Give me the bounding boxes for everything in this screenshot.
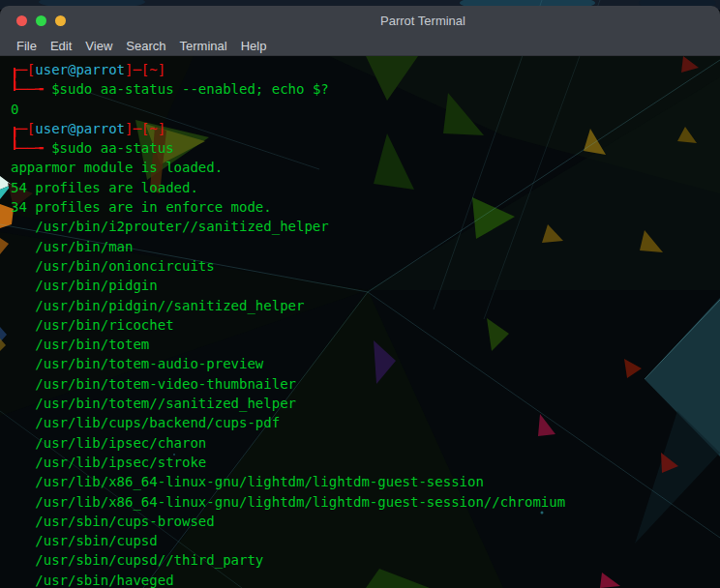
prompt-connector: [14, 127, 15, 150]
terminal-line: /usr/lib/x86_64-linux-gnu/lightdm/lightd…: [11, 472, 720, 491]
menu-bar: File Edit View Search Terminal Help: [0, 35, 720, 56]
terminal-line: /usr/lib/x86_64-linux-gnu/lightdm/lightd…: [11, 492, 720, 512]
window-controls: [0, 15, 66, 26]
terminal-line: /usr/bin/i2prouter//sanitized_helper: [11, 217, 720, 236]
terminal-line: /usr/lib/ipsec/charon: [11, 433, 720, 453]
terminal-line: 34 profiles are in enforce mode.: [11, 197, 720, 217]
menu-item-edit[interactable]: Edit: [44, 38, 78, 54]
close-button[interactable]: [16, 15, 27, 26]
menu-item-search[interactable]: Search: [119, 38, 172, 54]
menu-item-help[interactable]: Help: [234, 38, 274, 54]
terminal-line: /usr/lib/ipsec/stroke: [11, 453, 720, 472]
terminal-line: └──╼ $sudo aa-status: [11, 138, 720, 158]
terminal-line: /usr/sbin/haveged: [11, 571, 720, 588]
titlebar[interactable]: Parrot Terminal: [0, 6, 720, 35]
terminal-line: 54 profiles are loaded.: [11, 178, 720, 197]
window-title: Parrot Terminal: [380, 14, 465, 28]
terminal-line: /usr/sbin/cupsd: [11, 531, 720, 550]
terminal-line: /usr/bin/man: [11, 237, 720, 256]
maximize-button[interactable]: [55, 15, 66, 26]
minimize-button[interactable]: [36, 15, 46, 26]
terminal-line: /usr/lib/cups/backend/cups-pdf: [11, 413, 720, 432]
terminal-line: ┌─[user@parrot]─[~]: [11, 60, 720, 79]
terminal-screen[interactable]: ┌─[user@parrot]─[~]└──╼ $sudo aa-status …: [0, 56, 720, 588]
terminal-line: ┌─[user@parrot]─[~]: [11, 119, 720, 138]
terminal-line: apparmor module is loaded.: [11, 158, 720, 177]
terminal-line: /usr/bin/totem-video-thumbnailer: [11, 374, 720, 394]
menu-item-file[interactable]: File: [10, 38, 44, 54]
menu-item-view[interactable]: View: [78, 38, 119, 54]
prompt-connector: [14, 68, 15, 91]
terminal-line: /usr/bin/totem: [11, 335, 720, 354]
terminal-line: └──╼ $sudo aa-status --enabled; echo $?: [11, 79, 720, 99]
terminal-line: /usr/sbin/cups-browsed: [11, 512, 720, 531]
terminal-line: 0: [11, 100, 720, 119]
terminal-line: /usr/bin/pidgin: [11, 276, 720, 295]
terminal-line: /usr/sbin/cupsd//third_party: [11, 550, 720, 570]
terminal-output: ┌─[user@parrot]─[~]└──╼ $sudo aa-status …: [11, 60, 720, 588]
terminal-line: /usr/bin/totem-audio-preview: [11, 354, 720, 373]
terminal-line: /usr/bin/pidgin//sanitized_helper: [11, 296, 720, 315]
menu-item-terminal[interactable]: Terminal: [173, 38, 234, 54]
terminal-line: /usr/bin/onioncircuits: [11, 256, 720, 276]
terminal-line: /usr/bin/ricochet: [11, 315, 720, 335]
terminal-line: /usr/bin/totem//sanitized_helper: [11, 394, 720, 413]
